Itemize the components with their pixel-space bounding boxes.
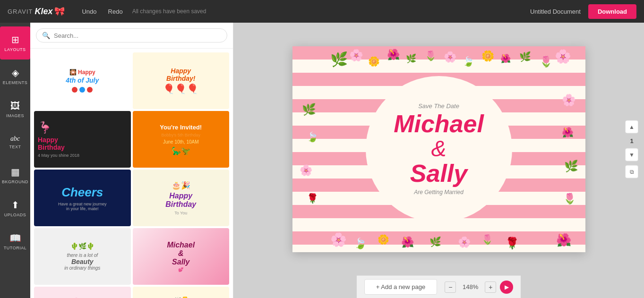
uploads-label: UPLOADS xyxy=(4,213,26,217)
search-bar: 🔍 xyxy=(30,23,233,49)
page-up-button[interactable]: ▲ xyxy=(625,120,638,133)
background-label: BKGROUND xyxy=(2,179,28,184)
search-input[interactable] xyxy=(54,32,221,39)
template-card[interactable]: 🦩 HappyBirthday 4 May you shine 2018 xyxy=(34,111,131,168)
download-button[interactable]: Download xyxy=(588,4,636,19)
layouts-panel: 🔍 🎇 Happy 4th of July xyxy=(30,23,233,298)
page-down-button[interactable]: ▼ xyxy=(625,148,638,161)
template-card[interactable]: 🎂🎉 HappyBirthday To You xyxy=(133,170,230,226)
groom-name: Michael xyxy=(394,111,484,137)
sidebar-item-images[interactable]: 🖼 IMAGES xyxy=(0,93,30,126)
zoom-out-button[interactable]: − xyxy=(445,281,456,293)
background-icon: ▦ xyxy=(11,166,20,178)
add-page-button[interactable]: + Add a new page xyxy=(364,279,437,295)
layouts-icon: ⊞ xyxy=(11,34,19,45)
logo-icon: 🎀 xyxy=(54,6,65,17)
zoom-in-button[interactable]: + xyxy=(485,281,496,293)
page-controls: ▲ 1 ▼ ⧉ xyxy=(625,120,638,178)
bride-name: Sally xyxy=(410,160,467,187)
search-icon: 🔍 xyxy=(42,32,50,39)
sidebar-item-layouts[interactable]: ⊞ LAYOUTS xyxy=(0,26,30,60)
getting-married-text: Are Getting Married xyxy=(414,189,464,196)
bottom-bar: + Add a new page − 148% + ▶ xyxy=(357,275,521,298)
elements-icon: ◈ xyxy=(12,67,19,78)
images-icon: 🖼 xyxy=(10,101,20,111)
page-number: 1 xyxy=(630,137,633,144)
logo-gravit: GRAVIT xyxy=(8,8,33,15)
center-circle: Save The Date Michael & Sally Are Gettin… xyxy=(366,76,512,222)
template-card[interactable]: 🎇 Happy 4th of July xyxy=(34,52,131,109)
ampersand: & xyxy=(431,137,446,160)
save-date-text: Save The Date xyxy=(418,102,459,110)
sidebar-item-background[interactable]: ▦ BKGROUND xyxy=(0,159,30,192)
logo-klex: Klex xyxy=(34,7,52,17)
sidebar: ⊞ LAYOUTS ◈ ELEMENTS 🖼 IMAGES abc TEXT ▦… xyxy=(0,23,30,298)
template-card[interactable]: Cheers Have a great new journeyin your l… xyxy=(34,170,131,226)
templates-grid: 🎇 Happy 4th of July HappyBirthday! 🎈🎈🎈 xyxy=(30,49,233,298)
canvas-area: 🌿 🌸 🌼 🌺 🌿 🌷 🌸 🍃 🌼 🌺 🌿 🌸 🌷 🌸 xyxy=(233,23,644,298)
search-input-wrap[interactable]: 🔍 xyxy=(36,28,227,43)
play-button[interactable]: ▶ xyxy=(500,281,513,294)
sidebar-item-elements[interactable]: ◈ ELEMENTS xyxy=(0,60,30,93)
text-label: TEXT xyxy=(9,145,21,149)
canvas-scroll: 🌿 🌸 🌼 🌺 🌿 🌷 🌸 🍃 🌼 🌺 🌿 🌸 🌷 🌸 xyxy=(233,23,644,275)
images-label: IMAGES xyxy=(6,113,24,118)
template-card[interactable]: 🌵🌿🌵 there is a lot ofBeautyin ordinary t… xyxy=(34,228,131,285)
template-card[interactable]: You're Invited! Bobby's 5th Birthday Jun… xyxy=(133,111,230,168)
main-layout: ⊞ LAYOUTS ◈ ELEMENTS 🖼 IMAGES abc TEXT ▦… xyxy=(0,23,644,298)
redo-button[interactable]: Redo xyxy=(103,5,129,18)
sidebar-item-text[interactable]: abc TEXT xyxy=(0,126,30,159)
uploads-icon: ⬆ xyxy=(11,199,19,211)
topbar: GRAVIT Klex 🎀 Undo Redo All changes have… xyxy=(0,0,644,23)
template-card[interactable]: Michael&Sally 💕 xyxy=(133,228,230,285)
zoom-level: 148% xyxy=(460,283,481,290)
topbar-right: Untitled Document Download xyxy=(530,4,636,19)
layouts-label: LAYOUTS xyxy=(5,47,26,52)
design-card: 🌿 🌸 🌼 🌺 🌿 🌷 🌸 🍃 🌼 🌺 🌿 🌸 🌷 🌸 xyxy=(292,46,585,252)
template-card[interactable]: HappyBirthday! 🎈🎈🎈 xyxy=(133,52,230,109)
undo-button[interactable]: Undo xyxy=(76,5,102,18)
template-card[interactable]: 🦋🌼 xyxy=(133,287,230,298)
logo: GRAVIT Klex 🎀 xyxy=(8,6,65,17)
document-title: Untitled Document xyxy=(530,8,581,15)
text-icon: abc xyxy=(10,135,20,143)
elements-label: ELEMENTS xyxy=(3,80,28,85)
copy-page-button[interactable]: ⧉ xyxy=(625,165,638,178)
tutorial-label: TUTORIAL xyxy=(4,246,26,250)
zoom-controls: − 148% + ▶ xyxy=(445,281,513,294)
tutorial-icon: 📖 xyxy=(9,232,21,244)
sidebar-item-uploads[interactable]: ⬆ UPLOADS xyxy=(0,192,30,225)
template-card[interactable]: 🌸 Floral xyxy=(34,287,131,298)
sidebar-item-tutorial[interactable]: 📖 TUTORIAL xyxy=(0,225,30,258)
save-status: All changes have been saved xyxy=(132,8,206,15)
